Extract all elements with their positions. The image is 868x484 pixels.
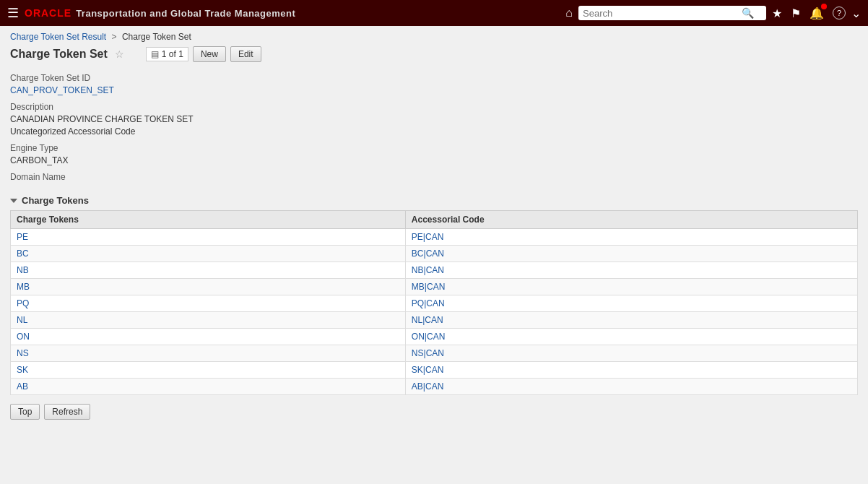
breadcrumb-current: Charge Token Set <box>122 32 191 42</box>
accessorial-code-cell: BC|CAN <box>405 246 857 262</box>
main-content: Charge Token Set Result > Charge Token S… <box>0 26 868 484</box>
nav-icons: ★ ⚑ 🔔 ? <box>772 7 846 20</box>
description-label-row: Description <box>10 101 858 112</box>
page-title: Charge Token Set <box>10 48 108 61</box>
charge-token-set-id-value[interactable]: CAN_PROV_TOKEN_SET <box>10 85 114 95</box>
accessorial-code-link[interactable]: ON|CAN <box>412 332 445 342</box>
edit-button[interactable]: Edit <box>230 46 261 62</box>
page-nav: ▤ 1 of 1 New Edit <box>146 46 261 62</box>
search-icon: 🔍 <box>742 7 754 19</box>
accessorial-code-link[interactable]: AB|CAN <box>412 381 443 392</box>
charge-token-set-id-group: Charge Token Set ID CAN_PROV_TOKEN_SET <box>10 72 858 95</box>
flag-icon[interactable]: ⚑ <box>791 7 801 20</box>
accessorial-code-link[interactable]: PQ|CAN <box>412 298 445 308</box>
charge-token-cell: PE <box>11 229 406 246</box>
accessorial-code-link[interactable]: SK|CAN <box>412 365 443 375</box>
charge-token-link[interactable]: ON <box>17 332 30 342</box>
chevron-down-icon[interactable]: ⌄ <box>851 7 861 20</box>
collapse-triangle-icon[interactable] <box>10 199 17 203</box>
breadcrumb-separator: > <box>112 32 117 42</box>
accessorial-code-link[interactable]: MB|CAN <box>412 282 445 292</box>
refresh-button[interactable]: Refresh <box>44 404 90 420</box>
accessorial-code-cell: NL|CAN <box>405 312 857 329</box>
charge-token-cell: PQ <box>11 295 406 312</box>
accessorial-code-column-header: Accessorial Code <box>405 211 857 229</box>
charge-tokens-table: Charge Tokens Accessorial Code PEPE|CANB… <box>10 210 858 395</box>
favorites-icon[interactable]: ★ <box>772 7 782 20</box>
description-value: CANADIAN PROVINCE CHARGE TOKEN SET <box>10 114 194 124</box>
oracle-text: ORACLE <box>25 7 71 19</box>
accessorial-code-link[interactable]: NL|CAN <box>412 315 443 325</box>
breadcrumb-parent-link[interactable]: Charge Token Set Result <box>10 32 106 42</box>
accessorial-code-cell: NB|CAN <box>405 262 857 279</box>
accessorial-code-link[interactable]: BC|CAN <box>412 249 444 259</box>
charge-token-link[interactable]: MB <box>17 282 30 292</box>
page-nav-info: ▤ 1 of 1 <box>146 47 188 61</box>
charge-tokens-section-header: Charge Tokens <box>10 189 858 206</box>
table-row: SKSK|CAN <box>11 362 858 379</box>
accessorial-code-cell: ON|CAN <box>405 329 857 345</box>
table-row: NLNL|CAN <box>11 312 858 329</box>
charge-token-set-id-value-row: CAN_PROV_TOKEN_SET <box>10 85 858 95</box>
help-icon[interactable]: ? <box>833 7 846 20</box>
search-input[interactable] <box>583 8 742 19</box>
accessorial-code-cell: PE|CAN <box>405 229 857 246</box>
home-icon[interactable]: ⌂ <box>565 7 573 20</box>
charge-token-cell: AB <box>11 379 406 395</box>
engine-type-group: Engine Type CARBON_TAX <box>10 142 858 165</box>
page-count: 1 of 1 <box>162 49 183 59</box>
charge-token-link[interactable]: NB <box>17 265 29 275</box>
hamburger-menu-icon[interactable]: ☰ <box>7 5 19 21</box>
engine-type-label-row: Engine Type <box>10 142 858 153</box>
charge-token-cell: BC <box>11 246 406 262</box>
description-value-row: CANADIAN PROVINCE CHARGE TOKEN SET <box>10 113 858 124</box>
bell-badge <box>821 4 827 9</box>
fields-section: Charge Token Set ID CAN_PROV_TOKEN_SET D… <box>10 72 858 182</box>
table-row: BCBC|CAN <box>11 246 858 262</box>
charge-token-cell: NL <box>11 312 406 329</box>
engine-type-label: Engine Type <box>10 143 58 153</box>
accessorial-code-link[interactable]: PE|CAN <box>412 232 443 242</box>
table-row: PEPE|CAN <box>11 229 858 246</box>
favorite-star-icon[interactable]: ☆ <box>115 48 124 60</box>
app-title: Transportation and Global Trade Manageme… <box>76 8 295 19</box>
table-header-row: Charge Tokens Accessorial Code <box>11 211 858 229</box>
accessorial-code-link[interactable]: NB|CAN <box>412 265 444 275</box>
accessorial-code-cell: PQ|CAN <box>405 295 857 312</box>
accessorial-code-cell: SK|CAN <box>405 362 857 379</box>
table-row: NBNB|CAN <box>11 262 858 279</box>
table-row: ABAB|CAN <box>11 379 858 395</box>
table-header: Charge Tokens Accessorial Code <box>11 211 858 229</box>
charge-token-link[interactable]: NL <box>17 315 27 325</box>
bell-icon[interactable]: 🔔 <box>810 7 824 20</box>
charge-token-cell: SK <box>11 362 406 379</box>
charge-token-link[interactable]: PE <box>17 232 28 242</box>
charge-tokens-section-title: Charge Tokens <box>22 195 89 206</box>
top-navigation: ☰ ORACLE Transportation and Global Trade… <box>0 0 868 26</box>
table-row: PQPQ|CAN <box>11 295 858 312</box>
charge-token-link[interactable]: AB <box>17 381 28 392</box>
new-button[interactable]: New <box>193 46 226 62</box>
search-bar[interactable]: 🔍 <box>578 6 766 20</box>
charge-token-link[interactable]: PQ <box>17 298 29 308</box>
charge-token-link[interactable]: NS <box>17 348 29 358</box>
page-header: Charge Token Set ☆ ▤ 1 of 1 New Edit <box>10 46 858 62</box>
charge-token-link[interactable]: BC <box>17 249 29 259</box>
description-label: Description <box>10 102 53 112</box>
charge-token-link[interactable]: SK <box>17 365 28 375</box>
charge-tokens-column-header: Charge Tokens <box>11 211 406 229</box>
table-row: ONON|CAN <box>11 329 858 345</box>
table-row: MBMB|CAN <box>11 279 858 295</box>
bottom-buttons: Top Refresh <box>10 404 858 420</box>
domain-name-label-row: Domain Name <box>10 171 858 182</box>
charge-token-set-id-label: Charge Token Set ID <box>10 73 90 83</box>
top-button[interactable]: Top <box>10 404 40 420</box>
accessorial-code-cell: NS|CAN <box>405 345 857 362</box>
accessorial-code-link[interactable]: NS|CAN <box>412 348 444 358</box>
engine-type-value-row: CARBON_TAX <box>10 155 858 165</box>
accessorial-code-cell: AB|CAN <box>405 379 857 395</box>
domain-name-group: Domain Name <box>10 171 858 182</box>
charge-token-cell: NB <box>11 262 406 279</box>
charge-token-cell: ON <box>11 329 406 345</box>
list-icon: ▤ <box>151 49 159 59</box>
